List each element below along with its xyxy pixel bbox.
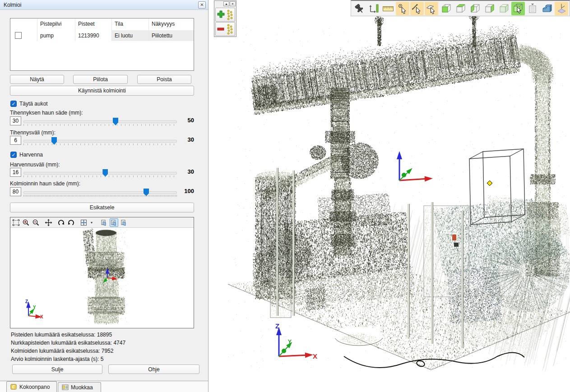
show-button[interactable]: Näytä	[10, 75, 64, 84]
remove-points-button[interactable]	[215, 22, 235, 36]
slider-2-track[interactable]	[23, 172, 177, 175]
slider-label-0: Tihennyksen haun säde (mm):	[10, 110, 83, 116]
zoom-window-icon[interactable]	[12, 218, 20, 227]
fill-holes-label: Täytä aukot	[19, 101, 48, 107]
edit-form-icon	[62, 384, 69, 390]
slider-0-value[interactable]: 30	[10, 116, 21, 125]
stat-corner-points: Nurkkapisteiden lukumäärä esikatselussa:…	[11, 340, 125, 346]
zoom-extents-dropdown-icon[interactable]: ▼	[89, 221, 94, 224]
col-tila: Tila	[112, 18, 149, 30]
slider-0-max: 50	[178, 117, 194, 124]
iso-view-icon[interactable]	[540, 2, 554, 15]
select-face-icon[interactable]	[511, 2, 525, 15]
view-solid-icon[interactable]	[497, 2, 510, 15]
slider-2-max: 30	[178, 168, 194, 175]
slider-1: 6 30	[10, 136, 194, 148]
hide-button[interactable]: Piilota	[73, 75, 128, 84]
triangulate-dialog: Kolmioi ✕ Pistepilvi Pisteet Tila Näkyvy…	[0, 0, 209, 392]
pin-icon[interactable]	[352, 2, 366, 15]
stat-points: Pisteiden lukumäärä esikatselussa: 18895	[11, 332, 112, 338]
pan-icon[interactable]	[44, 218, 53, 227]
work-plane-icon[interactable]	[555, 2, 568, 15]
close-icon[interactable]: ✕	[198, 1, 206, 9]
stat-triangles: Kolmioiden lukumäärä esikatselussa: 7952	[11, 348, 113, 354]
tab-kokoonpano[interactable]: Kokoonpano	[6, 381, 57, 392]
dialog-title: Kolmioi	[4, 2, 21, 8]
main-toolbar	[351, 0, 570, 16]
assembly-icon	[10, 384, 17, 390]
col-nakyvyys: Näkyvyys	[149, 18, 194, 30]
col-pistepilvi: Pistepilvi	[37, 18, 75, 30]
main-3d-area: ▲ ✕	[209, 0, 570, 392]
cell-state: Ei luotu	[112, 30, 149, 41]
tab-muokkaa[interactable]: Muokkaa	[58, 382, 101, 392]
fill-holes-option[interactable]: ✓ Täytä aukot	[10, 100, 48, 107]
slider-2-value[interactable]: 16	[10, 168, 21, 177]
start-triangulation-button[interactable]: Käynnistä kolmiointi	[10, 86, 194, 96]
cell-points: 1213990	[75, 30, 112, 41]
preview-button[interactable]: Esikatsele	[10, 203, 194, 212]
zoom-in-icon[interactable]	[22, 218, 30, 227]
drawing-list-icon[interactable]	[526, 2, 539, 15]
slider-1-max: 30	[178, 136, 194, 143]
slider-label-1: Tihennysväli (mm):	[10, 129, 56, 136]
view-left-icon[interactable]	[468, 2, 482, 15]
stat-estimate: Arvio kolmioinnin laskenta-ajasta (s): 5	[11, 356, 103, 362]
bottom-tab-bar: Kokoonpano Muokkaa	[0, 381, 208, 392]
view-copy-icon[interactable]	[100, 218, 108, 227]
dialog-titlebar[interactable]: Kolmioi ✕	[0, 0, 208, 10]
preview-toolbar: ▼	[10, 217, 194, 228]
slider-0-track[interactable]	[23, 120, 177, 123]
slider-label-3: Kolmioinnin haun säde (mm):	[10, 180, 80, 187]
table-header-row: Pistepilvi Pisteet Tila Näkyvyys	[10, 18, 194, 30]
slider-3-value[interactable]: 80	[10, 187, 21, 196]
fill-holes-checkbox[interactable]: ✓	[10, 101, 17, 107]
zoom-extents-icon[interactable]	[79, 218, 88, 227]
rotate-right-icon[interactable]	[67, 218, 75, 227]
close-button[interactable]: Sulje	[12, 364, 102, 374]
thin-out-checkbox[interactable]: ✓	[10, 152, 17, 158]
table-row[interactable]: pump 1213990 Ei luotu Piilotettu	[10, 30, 194, 41]
view-top-icon[interactable]	[454, 2, 467, 15]
slider-3-max: 100	[178, 188, 194, 194]
collapse-icon[interactable]: ▲	[223, 1, 229, 6]
snap-plane-icon[interactable]	[425, 2, 438, 15]
snap-line-icon[interactable]	[410, 2, 424, 15]
slider-2: 16 30	[10, 168, 194, 180]
snap-point-icon[interactable]	[396, 2, 409, 15]
slider-1-value[interactable]: 6	[10, 136, 21, 145]
preview-3d-view[interactable]	[10, 227, 194, 328]
main-3d-view[interactable]	[209, 0, 570, 392]
view-paste-icon[interactable]	[110, 218, 118, 227]
slider-3-track[interactable]	[23, 191, 177, 194]
rotate-left-icon[interactable]	[57, 218, 65, 227]
mini-close-icon[interactable]: ✕	[230, 1, 236, 6]
row-checkbox[interactable]	[15, 32, 22, 39]
slider-label-2: Harvennusväli (mm):	[10, 161, 60, 168]
slider-0: 30 50	[10, 116, 194, 128]
view-paste-special-icon[interactable]	[120, 218, 128, 227]
measure-icon[interactable]	[367, 2, 380, 15]
slider-1-track[interactable]	[23, 140, 177, 143]
preview-pane: ▼	[10, 217, 194, 328]
zoom-out-icon[interactable]	[32, 218, 40, 227]
point-edit-mini-toolbar: ▲ ✕	[214, 0, 236, 37]
remove-points-icon	[216, 23, 234, 35]
cell-visibility: Piilotettu	[149, 30, 194, 41]
col-check	[10, 18, 37, 30]
thin-out-label: Harvenna	[19, 152, 43, 158]
col-pisteet: Pisteet	[75, 18, 112, 30]
view-right-icon[interactable]	[482, 2, 496, 15]
thin-out-option[interactable]: ✓ Harvenna	[10, 151, 43, 158]
slider-3: 80 100	[10, 187, 194, 199]
view-front-icon[interactable]	[439, 2, 453, 15]
add-points-button[interactable]	[215, 8, 235, 22]
pointcloud-table: Pistepilvi Pisteet Tila Näkyvyys pump 12…	[10, 18, 194, 71]
add-points-icon	[216, 9, 234, 21]
help-button[interactable]: Ohje	[108, 364, 199, 374]
remove-button[interactable]: Poista	[137, 75, 191, 84]
cell-name: pump	[37, 30, 75, 41]
ruler-icon[interactable]	[381, 2, 395, 15]
